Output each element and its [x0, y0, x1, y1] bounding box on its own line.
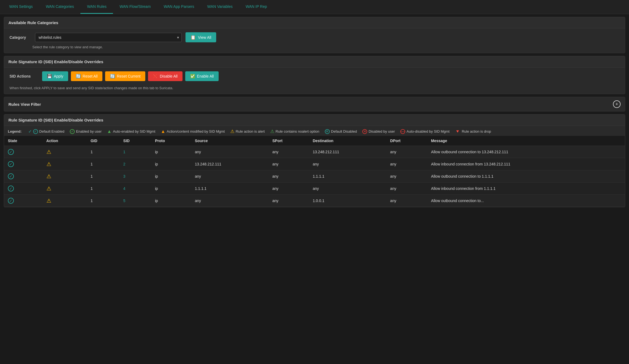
enable-all-button[interactable]: ✅ Enable All: [185, 71, 219, 81]
legend-default-disabled: ✕ Default Disabled: [325, 129, 357, 134]
sid-link[interactable]: 3: [123, 174, 125, 178]
reset-current-button[interactable]: 🔄 Reset Current: [105, 71, 145, 81]
cell-message: Allow inbound connection from 1.1.1.1: [427, 183, 625, 195]
cell-action[interactable]: ⚠: [43, 183, 87, 195]
cell-destination: 1.0.0.1: [309, 195, 386, 207]
cell-message: Allow outbound connection to...: [427, 195, 625, 207]
table-header-row: State Action GID SID Proto Source SPort …: [4, 136, 625, 146]
add-filter-button[interactable]: +: [613, 100, 621, 108]
col-message: Message: [427, 136, 625, 146]
col-dport: DPort: [386, 136, 427, 146]
legend-default-enabled: ✓ ✓ Default Enabled: [28, 129, 65, 134]
cell-gid: 1: [87, 158, 119, 170]
cell-action[interactable]: ⚠: [43, 170, 87, 183]
rules-table-section: Rule Signature ID (SID) Enable/Disable O…: [4, 114, 625, 207]
state-icon-enabled[interactable]: ✓: [8, 198, 14, 204]
rules-view-filter-header[interactable]: Rules View Filter +: [4, 97, 625, 111]
disable-all-button[interactable]: ❌ Disable All: [148, 71, 182, 81]
legend-auto-enabled: ▲ Auto-enabled by SID Mgmt: [107, 129, 155, 134]
cell-gid: 1: [87, 195, 119, 207]
nav-tab-wan-app-parsers[interactable]: WAN App Parsers: [157, 0, 201, 14]
cell-state[interactable]: ✓: [4, 195, 43, 207]
nav-tab-wan-settings[interactable]: WAN Settings: [3, 0, 39, 14]
cell-dport: any: [386, 195, 427, 207]
sid-link[interactable]: 2: [123, 162, 125, 166]
sid-overrides-section: Rule Signature ID (SID) Enable/Disable O…: [4, 56, 625, 94]
legend-disabled-by-user-icon: ✕: [362, 129, 367, 134]
sid-hint: When finished, click APPLY to save and s…: [4, 85, 625, 94]
table-row[interactable]: ✓⚠14ip1.1.1.1anyanyanyAllow inbound conn…: [4, 183, 625, 195]
available-rule-categories-section: Available Rule Categories Category white…: [4, 17, 625, 53]
cell-destination: 1.1.1.1: [309, 170, 386, 183]
reset-all-button[interactable]: 🔄 Reset All: [71, 71, 102, 81]
legend-action-modified: ▲ Action/content modified by SID Mgmt: [161, 129, 225, 134]
state-icon-enabled[interactable]: ✓: [8, 149, 14, 155]
category-hint: Select the rule category to view and man…: [4, 44, 625, 53]
nav-tab-wan-variables[interactable]: WAN Variables: [201, 0, 239, 14]
table-row[interactable]: ✓⚠11ipanyany13.248.212.111anyAllow outbo…: [4, 146, 625, 158]
sid-link[interactable]: 1: [123, 150, 125, 154]
rules-view-filter-section: Rules View Filter +: [4, 97, 625, 111]
cell-action[interactable]: ⚠: [43, 158, 87, 170]
legend-action-modified-icon: ▲: [161, 129, 165, 134]
legend-enabled-by-user-icon: ✓: [70, 129, 75, 134]
view-all-button[interactable]: 📋 View All: [185, 32, 216, 42]
cell-source: 13.248.212.111: [191, 158, 269, 170]
state-icon-enabled[interactable]: ✓: [8, 173, 14, 179]
col-gid: GID: [87, 136, 119, 146]
nav-tab-wan-rules[interactable]: WAN Rules: [80, 0, 113, 14]
action-icon-alert: ⚠: [46, 186, 51, 191]
cell-dport: any: [386, 146, 427, 158]
cell-proto: ip: [151, 170, 191, 183]
legend-auto-enabled-icon: ▲: [107, 129, 112, 134]
col-sid: SID: [119, 136, 151, 146]
view-all-icon: 📋: [190, 35, 196, 40]
legend-disabled-by-user-text: Disabled by user: [369, 129, 395, 133]
cell-sid[interactable]: 2: [119, 158, 151, 170]
table-row[interactable]: ✓⚠13ipanyany1.1.1.1anyAllow outbound con…: [4, 170, 625, 183]
cell-proto: ip: [151, 195, 191, 207]
cell-sid[interactable]: 5: [119, 195, 151, 207]
legend-noalert-icon: ⚠: [270, 129, 274, 134]
nav-tab-wan-ip-rep[interactable]: WAN IP Rep: [239, 0, 273, 14]
apply-icon: 💾: [47, 74, 52, 79]
legend-rule-action-drop: 🔻 Rule action is drop: [455, 129, 491, 134]
available-rule-categories-header: Available Rule Categories: [4, 17, 625, 28]
sid-link[interactable]: 5: [123, 199, 125, 203]
cell-proto: ip: [151, 158, 191, 170]
cell-sid[interactable]: 3: [119, 170, 151, 183]
legend-rule-action-alert-icon: ⚠: [230, 129, 234, 134]
cell-state[interactable]: ✓: [4, 158, 43, 170]
available-rule-categories-title: Available Rule Categories: [8, 20, 58, 25]
plus-icon: +: [615, 101, 618, 107]
cell-action[interactable]: ⚠: [43, 146, 87, 158]
cell-message: Allow outbound connection to 13.248.212.…: [427, 146, 625, 158]
cell-proto: ip: [151, 146, 191, 158]
rules-view-filter-title: Rules View Filter: [8, 102, 41, 107]
cell-state[interactable]: ✓: [4, 183, 43, 195]
legend: Legend: ✓ ✓ Default Enabled ✓ Enabled by…: [4, 126, 625, 136]
state-icon-enabled[interactable]: ✓: [8, 161, 14, 167]
cell-action[interactable]: ⚠: [43, 195, 87, 207]
legend-disabled-by-user: ✕ Disabled by user: [362, 129, 395, 134]
cell-sid[interactable]: 1: [119, 146, 151, 158]
state-icon-enabled[interactable]: ✓: [8, 186, 14, 191]
cell-sport: any: [269, 170, 309, 183]
apply-button[interactable]: 💾 Apply: [42, 71, 68, 81]
cell-state[interactable]: ✓: [4, 146, 43, 158]
category-select[interactable]: whitelist.rules emerging-threats.rules c…: [35, 33, 182, 42]
table-row[interactable]: ✓⚠12ip13.248.212.111anyanyanyAllow inbou…: [4, 158, 625, 170]
cell-dport: any: [386, 183, 427, 195]
cell-sid[interactable]: 4: [119, 183, 151, 195]
nav-tab-wan-flow-stream[interactable]: WAN Flow/Stream: [113, 0, 157, 14]
cell-gid: 1: [87, 183, 119, 195]
col-action: Action: [43, 136, 87, 146]
cell-sport: any: [269, 158, 309, 170]
cell-proto: ip: [151, 183, 191, 195]
nav-tab-wan-categories[interactable]: WAN Categories: [39, 0, 81, 14]
sid-link[interactable]: 4: [123, 186, 125, 191]
legend-noalert-text: Rule contains noalert option: [276, 129, 319, 133]
cell-state[interactable]: ✓: [4, 170, 43, 183]
table-row[interactable]: ✓⚠15ipanyany1.0.0.1anyAllow outbound con…: [4, 195, 625, 207]
legend-enabled-by-user-text: Enabled by user: [76, 129, 102, 133]
